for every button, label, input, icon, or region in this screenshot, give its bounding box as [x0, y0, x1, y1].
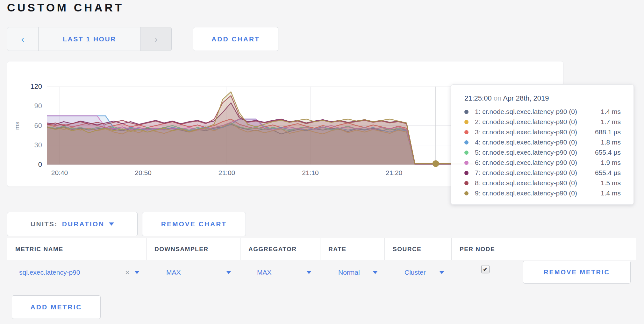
- series-label: 9: cr.node.sql.exec.latency-p90 (0): [475, 189, 601, 197]
- tooltip-series-row: 7: cr.node.sql.exec.latency-p90 (0)655.4…: [464, 168, 621, 178]
- time-prev-button[interactable]: ‹: [7, 27, 39, 51]
- svg-text:20:40: 20:40: [51, 169, 68, 176]
- chevron-down-icon: [306, 271, 311, 274]
- time-range-dropdown[interactable]: LAST 1 HOUR: [39, 27, 140, 51]
- metrics-table-header: METRIC NAMEDOWNSAMPLERAGGREGATORRATESOUR…: [7, 238, 636, 260]
- tooltip-series-row: 4: cr.node.sql.exec.latency-p90 (0)1.8 m…: [464, 137, 621, 147]
- series-value: 1.5 ms: [601, 179, 621, 187]
- column-header-aggregator: AGGREGATOR: [240, 238, 320, 260]
- custom-chart-page: CUSTOM CHART ‹ LAST 1 HOUR › ADD CHART 0…: [0, 0, 644, 324]
- column-divider: [384, 238, 385, 260]
- downsampler-caret[interactable]: [226, 261, 231, 284]
- series-color-dot: [464, 191, 469, 195]
- metric-dropdown-icon[interactable]: [134, 271, 140, 274]
- series-label: 2: cr.node.sql.exec.latency-p90 (0): [475, 118, 601, 126]
- series-color-dot: [464, 120, 469, 124]
- metric-clear-control: ✕: [125, 261, 140, 284]
- column-divider: [240, 238, 240, 260]
- svg-text:90: 90: [34, 102, 42, 110]
- aggregator-select[interactable]: MAX: [257, 261, 272, 284]
- chevron-down-icon: [439, 271, 444, 274]
- source-select[interactable]: Cluster: [404, 261, 426, 284]
- series-label: 3: cr.node.sql.exec.latency-p90 (0): [475, 128, 595, 136]
- tooltip-series-row: 3: cr.node.sql.exec.latency-p90 (0)688.1…: [464, 127, 621, 137]
- downsampler-select[interactable]: MAX: [166, 261, 181, 284]
- metric-name-value: sql.exec.latency-p90: [19, 269, 80, 276]
- units-dropdown[interactable]: UNITS: DURATION: [7, 212, 138, 236]
- chevron-down-icon: [226, 271, 231, 274]
- series-value: 1.4 ms: [601, 108, 621, 116]
- add-metric-button[interactable]: ADD METRIC: [12, 295, 101, 319]
- svg-text:21:00: 21:00: [218, 169, 235, 176]
- series-value: 688.1 µs: [595, 128, 621, 136]
- svg-text:20:50: 20:50: [135, 169, 152, 176]
- remove-metric-button[interactable]: REMOVE METRIC: [523, 261, 631, 284]
- svg-text:0: 0: [38, 160, 42, 168]
- rate-caret[interactable]: [373, 261, 378, 284]
- remove-chart-button[interactable]: REMOVE CHART: [142, 212, 246, 236]
- tooltip-series-row: 2: cr.node.sql.exec.latency-p90 (0)1.7 m…: [464, 117, 621, 127]
- chevron-down-icon: [109, 222, 114, 226]
- tooltip-series-row: 1: cr.node.sql.exec.latency-p90 (0)1.4 m…: [464, 107, 621, 117]
- column-divider: [451, 238, 452, 260]
- series-value: 1.9 ms: [601, 159, 621, 166]
- tooltip-date: Apr 28th, 2019: [503, 94, 549, 102]
- series-label: 5: cr.node.sql.exec.latency-p90 (0): [475, 149, 595, 156]
- time-range-selector: ‹ LAST 1 HOUR ›: [7, 27, 172, 51]
- svg-text:60: 60: [34, 122, 42, 130]
- tooltip-header: 21:25:00 on Apr 28th, 2019: [464, 94, 621, 102]
- chevron-left-icon: ‹: [21, 34, 25, 45]
- series-color-dot: [464, 140, 469, 144]
- tooltip-on-word: on: [494, 94, 501, 102]
- series-color-dot: [464, 171, 469, 175]
- chevron-right-icon: ›: [154, 34, 158, 45]
- chevron-down-icon: [373, 271, 378, 274]
- series-value: 1.7 ms: [601, 118, 621, 126]
- svg-text:21:20: 21:20: [386, 169, 403, 176]
- series-color-dot: [464, 181, 469, 185]
- per-node-checkbox[interactable]: ✔: [481, 265, 490, 273]
- column-header-metric-name: METRIC NAME: [7, 238, 146, 260]
- metric-name-field[interactable]: sql.exec.latency-p90: [19, 261, 80, 284]
- series-value: 1.4 ms: [601, 189, 621, 197]
- tooltip-series-row: 6: cr.node.sql.exec.latency-p90 (0)1.9 m…: [464, 158, 621, 168]
- time-next-button[interactable]: ›: [140, 27, 171, 51]
- column-header-rate: RATE: [320, 238, 384, 260]
- series-label: 8: cr.node.sql.exec.latency-p90 (0): [475, 179, 601, 187]
- units-label: UNITS:: [31, 220, 58, 228]
- series-color-dot: [464, 130, 469, 134]
- aggregator-caret[interactable]: [306, 261, 311, 284]
- svg-text:21:10: 21:10: [302, 169, 319, 176]
- column-header-source: SOURCE: [384, 238, 451, 260]
- svg-text:ms: ms: [14, 122, 20, 130]
- column-divider: [519, 238, 519, 260]
- series-value: 655.4 µs: [595, 149, 621, 156]
- tooltip-series-row: 5: cr.node.sql.exec.latency-p90 (0)655.4…: [464, 147, 621, 158]
- column-divider: [146, 238, 147, 260]
- series-label: 4: cr.node.sql.exec.latency-p90 (0): [475, 138, 601, 146]
- series-label: 1: cr.node.sql.exec.latency-p90 (0): [475, 108, 601, 116]
- page-title: CUSTOM CHART: [7, 1, 124, 14]
- series-label: 7: cr.node.sql.exec.latency-p90 (0): [475, 169, 595, 177]
- tooltip-series-row: 8: cr.node.sql.exec.latency-p90 (0)1.5 m…: [464, 178, 621, 188]
- series-label: 6: cr.node.sql.exec.latency-p90 (0): [475, 159, 601, 166]
- tooltip-time: 21:25:00: [464, 94, 492, 102]
- svg-text:120: 120: [30, 82, 42, 90]
- rate-select[interactable]: Normal: [338, 261, 360, 284]
- series-color-dot: [464, 151, 469, 155]
- series-color-dot: [464, 110, 469, 114]
- tooltip-series-list: 1: cr.node.sql.exec.latency-p90 (0)1.4 m…: [464, 107, 621, 198]
- column-header-downsampler: DOWNSAMPLER: [146, 238, 240, 260]
- source-caret[interactable]: [439, 261, 444, 284]
- tooltip-series-row: 9: cr.node.sql.exec.latency-p90 (0)1.4 m…: [464, 188, 621, 198]
- chart-hover-tooltip: 21:25:00 on Apr 28th, 2019 1: cr.node.sq…: [451, 84, 634, 205]
- column-divider: [320, 238, 320, 260]
- units-value: DURATION: [62, 220, 104, 228]
- svg-text:30: 30: [34, 141, 42, 149]
- clear-metric-icon[interactable]: ✕: [125, 269, 130, 276]
- series-value: 1.8 ms: [601, 138, 621, 146]
- add-chart-button[interactable]: ADD CHART: [193, 27, 278, 51]
- column-header-per-node: PER NODE: [451, 238, 519, 260]
- series-color-dot: [464, 161, 469, 165]
- series-value: 655.4 µs: [595, 169, 621, 177]
